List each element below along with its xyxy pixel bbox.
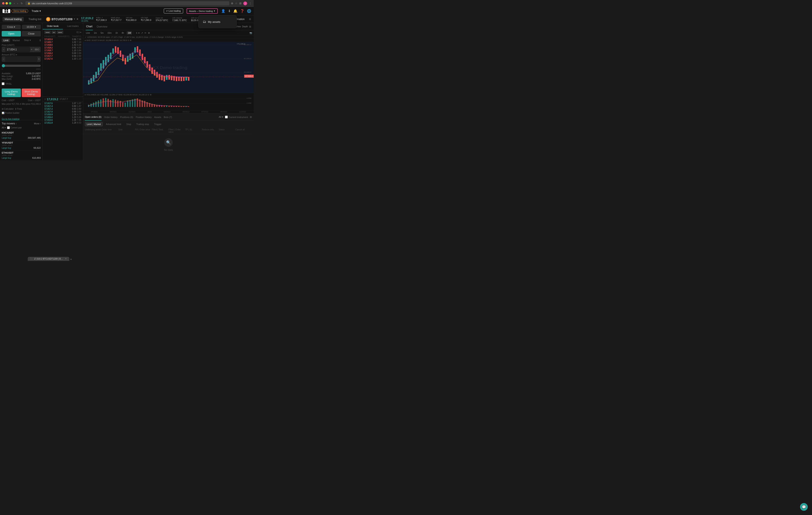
price-decrement-button[interactable]: − [2, 47, 5, 52]
cross-button[interactable]: Cross ▾ [2, 25, 21, 29]
index-stat: Index ↗ ₹17,008.3 [96, 17, 107, 22]
bid-total-4: 4.76 [77, 113, 81, 116]
order-history-tab[interactable]: Order history [104, 113, 118, 121]
15m-tf-button[interactable]: 15m [107, 31, 113, 34]
overview-tab[interactable]: Overview [96, 23, 108, 30]
menu-icon[interactable]: ⋮ [249, 2, 252, 5]
table-row[interactable]: 17,018.7 1.15 3.84 [42, 49, 83, 52]
drawing-button[interactable]: ✏ [145, 32, 146, 34]
position-history-tab[interactable]: Position history [136, 113, 152, 121]
table-row[interactable]: 17,022.0 0.86 7.96 [42, 38, 83, 41]
fees-button[interactable]: ₿ Fees [16, 108, 22, 110]
table-row[interactable]: 17,020.7 1.02 7.10 [42, 41, 83, 44]
1w-tf-button[interactable]: 1W [127, 31, 132, 34]
refresh-button[interactable]: ↻ [20, 1, 24, 5]
position-builder-button[interactable]: 📊 Position builder [2, 112, 20, 114]
calculator-button[interactable]: ⊞ Calculator [2, 108, 13, 110]
screenshot-icon[interactable]: 📷 [250, 32, 252, 34]
advanced-limit-filter[interactable]: Advanced limit [104, 122, 123, 126]
profile-icon[interactable]: J [243, 1, 247, 5]
table-row[interactable]: 17,013.6 1.26 7.25 [42, 118, 83, 121]
ask-price-0: 17,022.0 [45, 38, 53, 40]
trailing-stop-filter[interactable]: Trailing stop [134, 122, 151, 126]
table-row[interactable]: 17,017.4 0.80 1.87 [42, 105, 83, 108]
ask-amount-1: 1.02 [54, 41, 76, 43]
forward-button[interactable]: › [17, 1, 19, 5]
live-trading-button[interactable]: ↩ Live trading [164, 8, 183, 13]
svg-rect-68 [122, 102, 123, 107]
settings-icon[interactable]: ⚙ [148, 32, 150, 34]
bottom-settings-icon[interactable]: ⚙ [250, 116, 252, 118]
table-row[interactable]: 17,017.0 0.88 3.68 [42, 110, 83, 113]
table-row[interactable]: 17,015.0 1.23 5.99 [42, 116, 83, 118]
table-row[interactable]: 17,015.9 1.08 4.76 [42, 113, 83, 116]
back-button[interactable]: ‹ [13, 1, 16, 5]
1h-tf-button[interactable]: 1h [114, 31, 119, 34]
table-row[interactable]: 17,018.2 0.69 2.69 [42, 52, 83, 55]
table-row[interactable]: 17,011.8 1.28 8.53 [42, 121, 83, 124]
th-underlying: Underlying asset [85, 129, 102, 133]
current-instrument-checkbox[interactable] [225, 116, 228, 118]
minimize-traffic-light[interactable] [5, 2, 8, 4]
table-row[interactable]: 17,017.5 1.07 1.07 [42, 102, 83, 105]
candle-type-selector[interactable]: 🕯 ▾ [136, 32, 140, 34]
ob-size-selector[interactable]: 0.1 ▾ [77, 31, 81, 33]
my-assets-item[interactable]: 🗂 My assets [201, 18, 234, 25]
5m-tf-button[interactable]: 5m [99, 31, 105, 34]
open-button[interactable]: Open [2, 31, 21, 36]
no-data-state: 🔍 No data [83, 134, 254, 156]
download-icon[interactable]: ⬇ [228, 9, 231, 13]
open-orders-tab[interactable]: Open orders (0) [85, 113, 102, 121]
logo-icon [3, 9, 10, 13]
all-filter-dropdown[interactable]: All ▾ [219, 116, 223, 118]
bell-icon[interactable]: 🔔 [233, 9, 237, 13]
movers-all-filter[interactable]: All ▾ [2, 127, 6, 129]
ob-total-header: Total(BTC) [72, 35, 81, 37]
close-traffic-light[interactable] [2, 2, 4, 4]
4h-tf-button[interactable]: 4h [120, 31, 125, 34]
line-tf-button[interactable]: Line [85, 31, 91, 34]
1m-tf-button[interactable]: 1m [93, 31, 98, 34]
price-input[interactable] [5, 47, 30, 52]
bots-tab[interactable]: Bots (7) [164, 113, 172, 121]
current-pair-checkbox[interactable] [7, 126, 10, 129]
extensions-icon[interactable]: ⊕ [231, 2, 233, 5]
trigger-filter[interactable]: Trigger [152, 122, 163, 126]
wallet-icon: 🗂 [203, 20, 206, 24]
chart-tab[interactable]: Chart [86, 23, 93, 30]
stop-filter[interactable]: Stop [124, 122, 133, 126]
limit-market-filter[interactable]: Limit | Market [85, 122, 103, 126]
bid-amount-6: 1.26 [54, 119, 76, 121]
svg-rect-64 [112, 99, 114, 107]
long-button[interactable]: Long (Demo trading) [2, 88, 21, 97]
amount-decrement-button[interactable]: − [2, 57, 5, 62]
user-icon[interactable]: 👤 [221, 9, 225, 13]
bid-amount-2: 0.93 [54, 108, 76, 110]
indicators-button[interactable]: ↗ [141, 32, 143, 34]
table-row[interactable]: 17,019.2 0.81 4.65 [42, 46, 83, 49]
limit-order-tab[interactable]: Limit [2, 38, 10, 42]
market-order-tab[interactable]: Market [11, 38, 22, 42]
manual-trading-tab[interactable]: Manual trading [3, 17, 24, 22]
ask-amount-5: 0.69 [54, 52, 76, 54]
star-icon[interactable]: ☆ [235, 2, 237, 5]
assets-tab[interactable]: Assets [154, 113, 161, 121]
table-row[interactable]: 17,017.7 0.90 2.00 [42, 55, 83, 57]
positions-tab[interactable]: Positions (0) [120, 113, 133, 121]
help-icon[interactable]: ❓ [240, 9, 244, 13]
svg-rect-61 [105, 98, 107, 107]
ask-amount-4: 1.15 [54, 49, 76, 52]
maximize-traffic-light[interactable] [9, 2, 11, 4]
depth-button[interactable]: Depth [242, 25, 248, 28]
tpsl-checkbox[interactable] [2, 82, 4, 85]
settings-icon[interactable]: ⚙ [249, 18, 251, 21]
table-row[interactable]: 17,017.3 0.93 2.80 [42, 108, 83, 110]
trade-menu-button[interactable]: Trade ▾ [32, 9, 41, 12]
table-row[interactable]: 17,019.6 1.43 6.08 [42, 44, 83, 46]
assets-demo-button[interactable]: Assets – Demo trading ▾ [186, 8, 218, 13]
svg-rect-13 [103, 60, 104, 69]
chart-expand-icon[interactable]: ⊞ [249, 25, 251, 28]
table-row[interactable]: 17,017.6 1.10 1.10 [42, 57, 83, 60]
globe-icon[interactable]: 🌐 [247, 9, 251, 13]
puzzle-icon[interactable]: ⊞ [239, 2, 241, 5]
